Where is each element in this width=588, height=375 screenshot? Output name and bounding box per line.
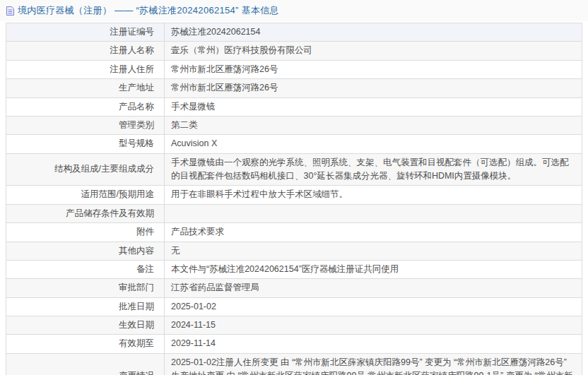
- field-label: 注册证编号: [6, 23, 165, 42]
- field-value: 2025-01-02: [165, 297, 582, 316]
- field-value: 常州市新北区雁荡河路26号: [165, 79, 582, 97]
- field-value: 苏械注准20242062154: [165, 23, 582, 42]
- field-label: 其他内容: [6, 242, 165, 260]
- field-value: 第二类: [165, 116, 582, 134]
- field-label: 变更情况: [6, 353, 165, 375]
- field-label: 备注: [6, 260, 165, 278]
- field-label: 注册人住所: [6, 60, 165, 78]
- field-label: 生效日期: [6, 316, 165, 335]
- page-title: 境内医疗器械（注册） —— “苏械注准20242062154” 基本信息: [18, 4, 279, 17]
- field-label: 适用范围/预期用途: [6, 186, 165, 204]
- table-row: 其他内容 无: [6, 242, 582, 260]
- field-label: 审批部门: [6, 279, 165, 297]
- field-value: Acuvision X: [165, 135, 582, 153]
- field-label: 生产地址: [6, 79, 165, 97]
- table-row: 产品名称 手术显微镜: [6, 97, 582, 116]
- field-value: 江苏省药品监督管理局: [165, 279, 582, 297]
- field-label: 产品名称: [6, 97, 165, 116]
- field-value: 产品技术要求: [165, 223, 582, 242]
- table-row: 附件 产品技术要求: [6, 223, 582, 242]
- field-value: [165, 204, 582, 222]
- table-row: 变更情况 2025-01-02注册人住所变更 由 “常州市新北区薛家镇庆阳路99…: [6, 353, 582, 375]
- field-value: 2024-11-15: [165, 316, 582, 335]
- table-row: 备注 本文件与“苏械注准20242062154”医疗器械注册证共同使用: [6, 260, 582, 278]
- field-label: 有效期至: [6, 335, 165, 353]
- table-row: 适用范围/预期用途 用于在非眼科手术过程中放大手术区域细节。: [6, 186, 582, 204]
- table-row: 注册证编号 苏械注准20242062154: [6, 23, 582, 42]
- field-value: 本文件与“苏械注准20242062154”医疗器械注册证共同使用: [165, 260, 582, 278]
- table-row: 管理类别 第二类: [6, 116, 582, 134]
- field-label: 管理类别: [6, 116, 165, 134]
- field-value: 无: [165, 242, 582, 260]
- page-header: 境内医疗器械（注册） —— “苏械注准20242062154” 基本信息: [0, 0, 588, 21]
- field-label: 产品储存条件及有效期: [6, 204, 165, 222]
- table-row: 结构及组成/主要组成成分 手术显微镜由一个观察的光学系统、照明系统、支架、电气装…: [6, 153, 582, 186]
- document-icon: [6, 6, 15, 16]
- field-value: 2029-11-14: [165, 335, 582, 353]
- table-row: 注册人名称 壹乐（常州）医疗科技股份有限公司: [6, 42, 582, 60]
- field-value: 手术显微镜由一个观察的光学系统、照明系统、支架、电气装置和目视配套件（可选配）组…: [165, 153, 582, 186]
- table-row: 生效日期 2024-11-15: [6, 316, 582, 335]
- field-value: 壹乐（常州）医疗科技股份有限公司: [165, 42, 582, 60]
- field-label: 型号规格: [6, 135, 165, 153]
- field-label: 注册人名称: [6, 42, 165, 60]
- field-value: 用于在非眼科手术过程中放大手术区域细节。: [165, 186, 582, 204]
- field-label: 附件: [6, 223, 165, 242]
- field-label: 批准日期: [6, 297, 165, 316]
- field-value: 常州市新北区雁荡河路26号: [165, 60, 582, 78]
- field-value: 2025-01-02注册人住所变更 由 “常州市新北区薛家镇庆阳路99号” 变更…: [165, 353, 582, 375]
- table-row: 注册人住所 常州市新北区雁荡河路26号: [6, 60, 582, 78]
- table-body: 注册证编号 苏械注准20242062154 注册人名称 壹乐（常州）医疗科技股份…: [6, 23, 582, 375]
- table-row: 产品储存条件及有效期: [6, 204, 582, 222]
- table-row: 生产地址 常州市新北区雁荡河路26号: [6, 79, 582, 97]
- table-row: 型号规格 Acuvision X: [6, 135, 582, 153]
- field-label: 结构及组成/主要组成成分: [6, 153, 165, 186]
- registration-info-table: 注册证编号 苏械注准20242062154 注册人名称 壹乐（常州）医疗科技股份…: [6, 23, 582, 375]
- field-value: 手术显微镜: [165, 97, 582, 116]
- table-row: 有效期至 2029-11-14: [6, 335, 582, 353]
- table-row: 批准日期 2025-01-02: [6, 297, 582, 316]
- table-row: 审批部门 江苏省药品监督管理局: [6, 279, 582, 297]
